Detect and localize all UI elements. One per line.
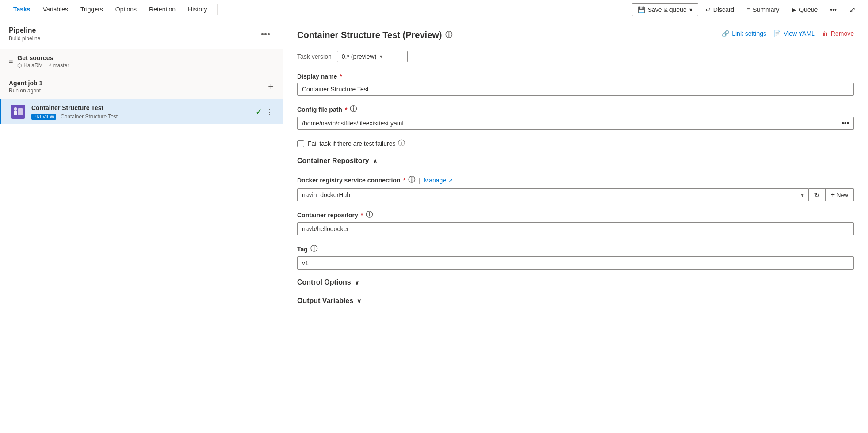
agent-job-title: Agent job 1	[9, 80, 268, 87]
container-repository-section[interactable]: Container Repository ∧	[297, 157, 854, 168]
right-panel-actions: 🔗 Link settings 📄 View YAML 🗑 Remove	[722, 30, 854, 37]
display-name-group: Display name *	[297, 73, 854, 96]
tab-variables[interactable]: Variables	[37, 0, 74, 19]
pipeline-more-button[interactable]: •••	[257, 27, 274, 41]
pipeline-title: Pipeline	[9, 27, 257, 34]
save-queue-button[interactable]: 💾 Save & queue ▾	[632, 3, 698, 16]
save-dropdown-icon: ▾	[689, 6, 692, 13]
container-repo-info-icon[interactable]: ⓘ	[366, 210, 373, 220]
container-repo-required: *	[361, 212, 363, 219]
docker-registry-select[interactable]: navin_dockerHub ▾	[297, 188, 809, 201]
task-version-row: Task version 0.* (preview) ▾	[297, 51, 854, 62]
discard-button[interactable]: ↩ Discard	[700, 4, 739, 16]
discard-icon: ↩	[705, 6, 711, 13]
docker-registry-label: Docker registry service connection * ⓘ	[297, 175, 415, 185]
svg-point-3	[14, 107, 17, 111]
right-panel-title: Container Structure Test (Preview) ⓘ	[297, 30, 722, 40]
yaml-icon: 📄	[773, 30, 781, 37]
config-file-path-group: Config file path * ⓘ •••	[297, 105, 854, 130]
tab-options[interactable]: Options	[109, 0, 143, 19]
task-item[interactable]: Container Structure Test PREVIEW Contain…	[0, 99, 283, 124]
link-settings-button[interactable]: 🔗 Link settings	[722, 30, 766, 37]
branch-meta: ⑂ master	[48, 62, 69, 68]
title-info-icon[interactable]: ⓘ	[445, 30, 452, 40]
config-required: *	[345, 106, 347, 113]
svg-rect-2	[18, 108, 23, 115]
task-icon	[10, 104, 26, 120]
control-options-section[interactable]: Control Options ∨	[297, 278, 854, 290]
select-chevron-icon: ▾	[801, 191, 804, 198]
pipeline-subtitle: Build pipeline	[9, 35, 257, 42]
fail-task-checkbox[interactable]	[297, 140, 304, 147]
add-task-button[interactable]: +	[268, 81, 274, 92]
save-icon: 💾	[638, 6, 645, 13]
right-panel-header: Container Structure Test (Preview) ⓘ 🔗 L…	[297, 30, 854, 40]
config-input-group: •••	[297, 117, 854, 130]
get-sources-icon: ≡	[9, 57, 13, 65]
pipeline-header: Pipeline Build pipeline •••	[0, 19, 283, 49]
tab-history[interactable]: History	[182, 0, 214, 19]
tab-retention[interactable]: Retention	[143, 0, 182, 19]
tag-label: Tag ⓘ	[297, 244, 854, 254]
agent-job-subtitle: Run on agent	[9, 87, 268, 94]
config-info-icon[interactable]: ⓘ	[350, 105, 357, 114]
task-check-icon: ✓	[256, 107, 262, 117]
fail-task-info-icon[interactable]: ⓘ	[398, 139, 405, 148]
task-info: Container Structure Test PREVIEW Contain…	[31, 104, 256, 120]
repo-icon: ⬡	[17, 62, 22, 68]
output-variables-chevron-icon: ∨	[357, 297, 361, 304]
display-name-label: Display name *	[297, 73, 854, 80]
display-name-required: *	[340, 73, 342, 80]
pipeline-info: Pipeline Build pipeline	[9, 27, 257, 42]
svg-rect-1	[14, 111, 17, 115]
section-collapse-icon: ∧	[373, 157, 377, 164]
more-options-button[interactable]: •••	[825, 4, 842, 16]
agent-job-header: Agent job 1 Run on agent +	[0, 74, 283, 99]
summary-button[interactable]: ≡ Summary	[741, 4, 784, 16]
get-sources-meta: ⬡ HalaRM ⑂ master	[17, 62, 274, 68]
task-title: Container Structure Test	[31, 104, 256, 111]
tab-triggers[interactable]: Triggers	[74, 0, 109, 19]
container-repo-input[interactable]	[297, 222, 854, 235]
manage-link[interactable]: Manage ↗	[424, 177, 454, 184]
docker-registry-info-icon[interactable]: ⓘ	[408, 175, 415, 185]
new-registry-button[interactable]: + New	[826, 188, 854, 201]
container-repo-group: Container repository * ⓘ	[297, 210, 854, 235]
tag-info-icon[interactable]: ⓘ	[310, 244, 317, 254]
config-file-path-input[interactable]	[297, 117, 837, 130]
repo-meta: ⬡ HalaRM	[17, 62, 42, 68]
right-panel: Container Structure Test (Preview) ⓘ 🔗 L…	[283, 19, 868, 433]
main-layout: Pipeline Build pipeline ••• ≡ Get source…	[0, 19, 868, 433]
fail-task-group: Fail task if there are test failures ⓘ	[297, 139, 854, 148]
container-repo-label: Container repository * ⓘ	[297, 210, 854, 220]
docker-registry-group: Docker registry service connection * ⓘ |…	[297, 175, 854, 201]
task-version-label: Task version	[297, 53, 332, 60]
config-browse-button[interactable]: •••	[837, 117, 854, 130]
link-icon: 🔗	[722, 30, 729, 37]
top-navigation: Tasks Variables Triggers Options Retenti…	[0, 0, 868, 19]
queue-button[interactable]: ▶ Queue	[786, 4, 823, 16]
docker-registry-required: *	[403, 177, 405, 184]
task-version-select[interactable]: 0.* (preview) ▾	[337, 51, 408, 62]
tag-input[interactable]	[297, 256, 854, 270]
fail-task-label[interactable]: Fail task if there are test failures ⓘ	[308, 139, 405, 148]
new-plus-icon: +	[831, 191, 835, 199]
task-more-button[interactable]: ⋮	[266, 107, 274, 117]
expand-button[interactable]: ⤢	[844, 2, 861, 17]
view-yaml-button[interactable]: 📄 View YAML	[773, 30, 815, 37]
tab-tasks[interactable]: Tasks	[7, 0, 37, 19]
refresh-registry-button[interactable]: ↻	[809, 188, 826, 201]
display-name-input[interactable]	[297, 83, 854, 96]
task-subtitle: Container Structure Test	[61, 114, 118, 120]
remove-icon: 🗑	[822, 30, 828, 37]
left-panel: Pipeline Build pipeline ••• ≡ Get source…	[0, 19, 283, 433]
tag-group: Tag ⓘ	[297, 244, 854, 270]
get-sources-title: Get sources	[17, 54, 274, 61]
output-variables-section[interactable]: Output Variables ∨	[297, 297, 854, 308]
get-sources-row[interactable]: ≡ Get sources ⬡ HalaRM ⑂ master	[0, 49, 283, 74]
task-meta: PREVIEW Container Structure Test	[31, 113, 256, 120]
agent-job-info: Agent job 1 Run on agent	[9, 80, 268, 94]
task-preview-badge: PREVIEW	[31, 114, 56, 120]
remove-button[interactable]: 🗑 Remove	[822, 30, 854, 37]
queue-play-icon: ▶	[792, 6, 796, 13]
